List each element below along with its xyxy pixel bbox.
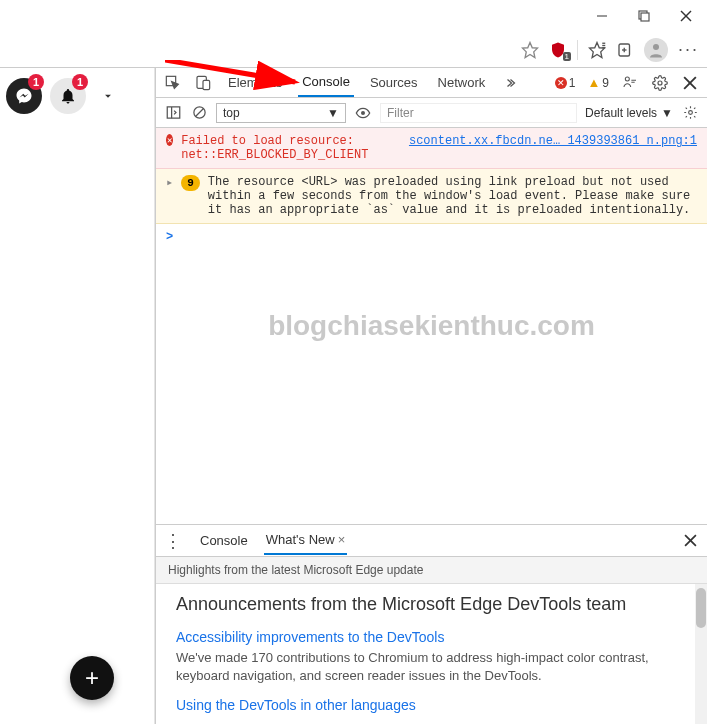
- news-body-1: We've made 170 contributions to Chromium…: [176, 649, 687, 685]
- messenger-badge: 1: [28, 74, 44, 90]
- warning-text: The resource <URL> was preloaded using l…: [208, 175, 697, 217]
- tab-network[interactable]: Network: [434, 69, 490, 96]
- inspect-element-icon[interactable]: [164, 74, 182, 92]
- page-content-pane: 1 1 +: [0, 68, 155, 724]
- error-source-link[interactable]: scontent.xx.fbcdn.ne… 1439393861 n.png:1: [409, 134, 697, 162]
- warning-count[interactable]: ▲9: [587, 75, 609, 90]
- svg-marker-5: [522, 42, 537, 57]
- drawer-close-icon[interactable]: [681, 532, 699, 550]
- more-tabs-icon[interactable]: [501, 74, 519, 92]
- news-link-2[interactable]: Using the DevTools in other languages: [176, 697, 687, 713]
- scrollbar-track[interactable]: [695, 584, 707, 724]
- context-value: top: [223, 106, 240, 120]
- account-dropdown-icon[interactable]: [94, 82, 122, 110]
- console-error-row[interactable]: ✕ Failed to load resource: net::ERR_BLOC…: [156, 128, 707, 169]
- notifications-badge: 1: [72, 74, 88, 90]
- browser-toolbar: 1 ···: [0, 32, 707, 68]
- devtools-close-icon[interactable]: [681, 74, 699, 92]
- error-text: Failed to load resource: net::ERR_BLOCKE…: [181, 134, 401, 162]
- svg-point-17: [625, 77, 629, 81]
- console-warning-row[interactable]: ▸ 9 The resource <URL> was preloaded usi…: [156, 169, 707, 224]
- drawer-subtitle: Highlights from the latest Microsoft Edg…: [156, 557, 707, 584]
- fab-plus-icon: +: [85, 664, 99, 692]
- console-prompt[interactable]: >: [156, 224, 707, 250]
- sidebar-toggle-icon[interactable]: [164, 104, 182, 122]
- close-tab-icon[interactable]: ×: [338, 532, 346, 547]
- svg-point-13: [653, 44, 659, 50]
- svg-point-26: [688, 111, 692, 115]
- chevron-down-icon: ▼: [327, 106, 339, 120]
- drawer-tabbar: ⋮ Console What's New×: [156, 525, 707, 557]
- more-menu-icon[interactable]: ···: [678, 39, 699, 60]
- scrollbar-thumb[interactable]: [696, 588, 706, 628]
- device-toggle-icon[interactable]: [194, 74, 212, 92]
- log-levels-selector[interactable]: Default levels ▼: [585, 106, 673, 120]
- notifications-bubble[interactable]: 1: [50, 78, 86, 114]
- settings-gear-icon[interactable]: [651, 74, 669, 92]
- chevron-down-icon: ▼: [661, 106, 673, 120]
- devtools-drawer: ⋮ Console What's New× Highlights from th…: [156, 524, 707, 724]
- drawer-more-icon[interactable]: ⋮: [164, 530, 184, 552]
- maximize-button[interactable]: [623, 0, 665, 32]
- svg-line-24: [195, 109, 203, 117]
- drawer-heading: Announcements from the Microsoft Edge De…: [176, 594, 687, 615]
- drawer-tab-console[interactable]: Console: [198, 527, 250, 554]
- separator: [577, 40, 578, 60]
- feedback-icon[interactable]: [621, 74, 639, 92]
- clear-console-icon[interactable]: [190, 104, 208, 122]
- favorites-icon[interactable]: [588, 41, 606, 59]
- window-titlebar: [0, 0, 707, 32]
- live-expression-icon[interactable]: [354, 104, 372, 122]
- svg-point-18: [658, 81, 662, 85]
- console-output: ✕ Failed to load resource: net::ERR_BLOC…: [156, 128, 707, 524]
- error-count[interactable]: ✕1: [555, 76, 576, 90]
- shield-icon[interactable]: 1: [549, 41, 567, 59]
- tab-console[interactable]: Console: [298, 68, 354, 97]
- svg-rect-16: [203, 80, 210, 89]
- minimize-button[interactable]: [581, 0, 623, 32]
- console-filterbar: top ▼ Filter Default levels ▼: [156, 98, 707, 128]
- favorite-star-icon[interactable]: [521, 41, 539, 59]
- tab-elements[interactable]: Elements: [224, 69, 286, 96]
- drawer-body: Announcements from the Microsoft Edge De…: [156, 584, 707, 724]
- profile-avatar-icon[interactable]: [644, 38, 668, 62]
- warning-count-badge: 9: [181, 175, 200, 191]
- fab-new-button[interactable]: +: [70, 656, 114, 700]
- svg-rect-2: [641, 13, 649, 21]
- devtools-tabbar: Elements Console Sources Network ✕1 ▲9: [156, 68, 707, 98]
- svg-point-25: [361, 111, 365, 115]
- watermark-text: blogchiasekienthuc.com: [268, 310, 595, 342]
- console-settings-icon[interactable]: [681, 104, 699, 122]
- messenger-bubble[interactable]: 1: [6, 78, 42, 114]
- tab-sources[interactable]: Sources: [366, 69, 422, 96]
- collections-icon[interactable]: [616, 41, 634, 59]
- devtools-panel: Elements Console Sources Network ✕1 ▲9: [155, 68, 707, 724]
- news-link-1[interactable]: Accessibility improvements to the DevToo…: [176, 629, 687, 645]
- svg-marker-6: [589, 42, 604, 57]
- context-selector[interactable]: top ▼: [216, 103, 346, 123]
- filter-input[interactable]: Filter: [380, 103, 577, 123]
- drawer-tab-whatsnew[interactable]: What's New×: [264, 526, 348, 555]
- close-window-button[interactable]: [665, 0, 707, 32]
- expand-icon[interactable]: ▸: [166, 175, 173, 217]
- svg-rect-21: [167, 107, 180, 118]
- shield-badge: 1: [563, 52, 571, 61]
- error-icon: ✕: [166, 134, 173, 146]
